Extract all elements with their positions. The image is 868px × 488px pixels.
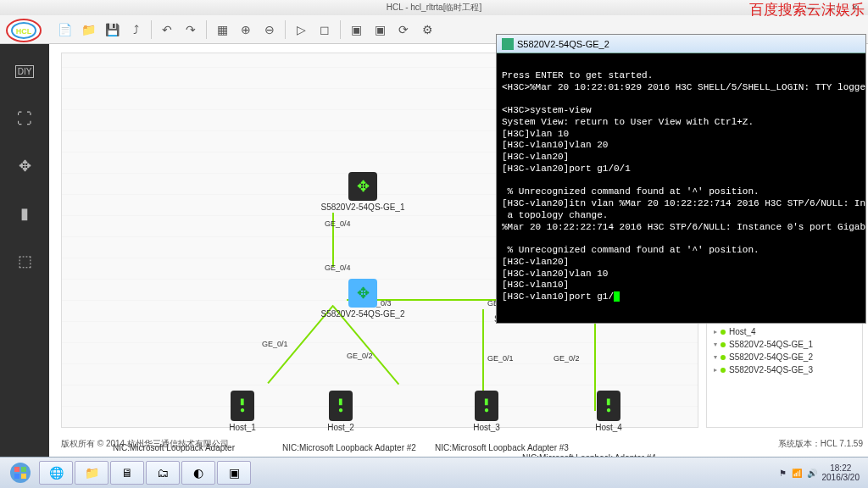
taskbar-app2[interactable]: 🗂 <box>146 461 180 485</box>
window-title: HCL - hcl_rltrta[临时工程] <box>387 2 481 14</box>
start-button[interactable] <box>3 460 37 485</box>
version-text: 系统版本：HCL 7.1.59 <box>778 438 863 450</box>
zoomin-icon[interactable]: ⊕ <box>236 19 256 40</box>
cursor-icon <box>614 291 620 302</box>
port-icon[interactable]: ⬚ <box>13 249 36 273</box>
tray-flag-icon[interactable]: ⚑ <box>779 469 787 478</box>
tree-item: ▾S5820V2-54QS-GE_1 <box>710 338 859 351</box>
terminal-body[interactable]: Press ENTER to get started. <H3C>%Mar 20… <box>497 53 865 308</box>
tray-volume-icon[interactable]: 🔊 <box>807 469 817 478</box>
copyright-text: 版权所有 © 2014 杭州华三通信技术有限公司 <box>61 438 229 450</box>
minimize-button[interactable]: — <box>800 1 821 13</box>
device-tree[interactable]: ▸Host_4 ▾S5820V2-54QS-GE_1 ▾S5820V2-54QS… <box>706 319 863 428</box>
svg-text:HCL: HCL <box>16 27 32 36</box>
settings-icon[interactable]: ⚙ <box>417 19 437 40</box>
host-node-4[interactable]: ▮●Host_4 <box>585 391 632 432</box>
host-node-1[interactable]: ▮●Host_1 <box>219 391 266 432</box>
svg-rect-7 <box>21 474 26 479</box>
terminal-window[interactable]: S5820V2-54QS-GE_2 Press ENTER to get sta… <box>496 34 866 324</box>
terminal-title: S5820V2-54QS-GE_2 <box>517 39 609 49</box>
hcl-logo: HCL <box>3 15 44 46</box>
grid-icon[interactable]: ▦ <box>212 19 232 40</box>
node-label: S5820V2-54QS-GE_2 <box>308 309 418 319</box>
node-label: Host_4 <box>585 423 632 432</box>
svg-rect-5 <box>21 467 26 472</box>
export-icon[interactable]: ⤴ <box>125 19 146 40</box>
titlebar: HCL - hcl_rltrta[临时工程] — □ ✕ <box>0 0 868 15</box>
taskbar-app1[interactable]: 🖥 <box>110 461 144 485</box>
server-icon[interactable]: ▮ <box>13 202 36 225</box>
node-label: S5820V2-54QS-GE_1 <box>308 202 418 212</box>
new-icon[interactable]: 📄 <box>54 19 75 40</box>
taskbar-ie[interactable]: 🌐 <box>39 461 73 485</box>
port-label: GE_0/2 <box>554 354 580 363</box>
port-label: GE_0/4 <box>325 263 351 272</box>
tree-item: ▸Host_4 <box>710 325 859 338</box>
refresh-icon[interactable]: ⟳ <box>393 19 414 40</box>
move-icon[interactable]: ✥ <box>13 154 36 178</box>
layer1-icon[interactable]: ▣ <box>346 19 366 40</box>
stop-icon[interactable]: ◻ <box>314 19 335 40</box>
tree-item: ▸S5820V2-54QS-GE_3 <box>710 363 859 376</box>
diy-icon[interactable]: DIY <box>13 59 36 83</box>
switch-node-1[interactable]: ✥ S5820V2-54QS-GE_1 <box>308 172 418 212</box>
undo-icon[interactable]: ↶ <box>157 19 177 40</box>
left-sidebar: DIY ⛶ ✥ ▮ ⬚ <box>0 44 49 457</box>
svg-rect-6 <box>14 474 19 479</box>
taskbar-clock[interactable]: 18:22 2016/3/20 <box>822 463 860 482</box>
port-label: GE_0/1 <box>487 354 514 363</box>
port-label: GE_0/2 <box>347 352 373 360</box>
layer2-icon[interactable]: ▣ <box>370 19 390 40</box>
system-tray[interactable]: ⚑ 📶 🔊 18:22 2016/3/20 <box>779 463 865 482</box>
port-label: GE_0/1 <box>262 340 288 348</box>
node-label: Host_3 <box>463 423 510 432</box>
play-icon[interactable]: ▷ <box>291 19 311 40</box>
taskbar-term[interactable]: ▣ <box>217 461 251 485</box>
taskbar-hcl[interactable]: ◐ <box>181 461 215 485</box>
tray-network-icon[interactable]: 📶 <box>792 469 802 478</box>
terminal-titlebar[interactable]: S5820V2-54QS-GE_2 <box>497 35 865 53</box>
node-label: Host_2 <box>317 423 364 432</box>
terminal-icon <box>502 38 514 50</box>
open-icon[interactable]: 📁 <box>78 19 98 40</box>
node-label: Host_1 <box>219 423 266 432</box>
tree-item: ▾S5820V2-54QS-GE_2 <box>710 351 859 363</box>
save-icon[interactable]: 💾 <box>102 19 122 40</box>
redo-icon[interactable]: ↷ <box>181 19 201 40</box>
zoomout-icon[interactable]: ⊖ <box>259 19 280 40</box>
close-button[interactable]: ✕ <box>844 1 865 13</box>
host-node-2[interactable]: ▮●Host_2 <box>317 391 364 432</box>
switch-node-2[interactable]: ✥ S5820V2-54QS-GE_2 <box>308 279 418 319</box>
maximize-button[interactable]: □ <box>822 1 843 13</box>
taskbar-explorer[interactable]: 📁 <box>75 461 108 485</box>
host-node-3[interactable]: ▮●Host_3 <box>463 391 510 432</box>
svg-point-3 <box>10 463 31 483</box>
expand-icon[interactable]: ⛶ <box>13 107 36 130</box>
windows-taskbar[interactable]: 🌐 📁 🖥 🗂 ◐ ▣ ⚑ 📶 🔊 18:22 2016/3/20 <box>0 457 868 488</box>
svg-rect-4 <box>14 467 19 472</box>
port-label: GE_0/4 <box>325 219 351 228</box>
status-bar: 版权所有 © 2014 杭州华三通信技术有限公司 系统版本：HCL 7.1.59 <box>61 436 863 452</box>
